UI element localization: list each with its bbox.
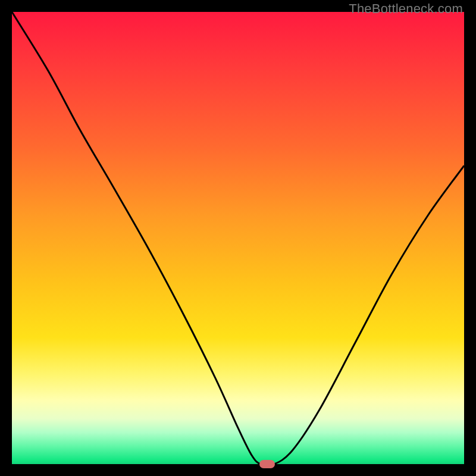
curve-path xyxy=(12,12,464,464)
bottleneck-curve xyxy=(12,12,464,464)
watermark-text: TheBottleneck.com xyxy=(349,1,463,17)
chart-frame: TheBottleneck.com xyxy=(0,0,476,476)
plot-area xyxy=(12,12,464,464)
min-marker xyxy=(259,460,275,468)
